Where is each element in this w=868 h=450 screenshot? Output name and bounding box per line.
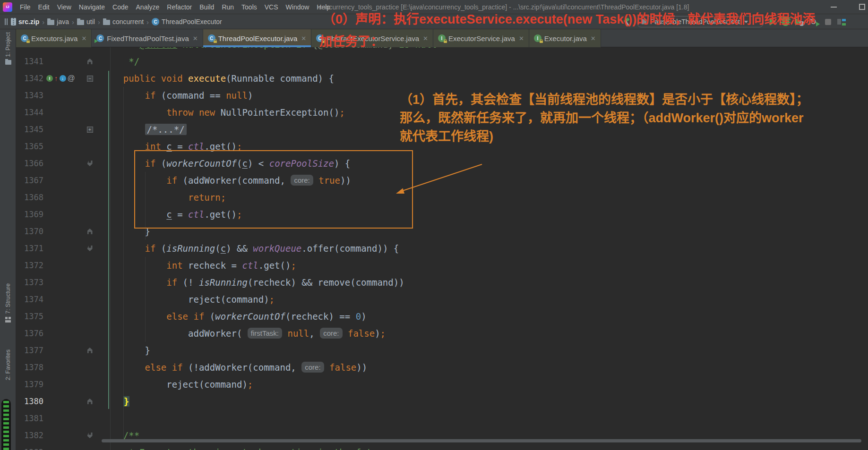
fold-marker-icon[interactable]: +	[85, 121, 95, 138]
line-number[interactable]: 1344	[16, 104, 43, 121]
code-editor[interactable]: 1340 * @throws NullPointerException if {…	[16, 47, 868, 450]
maximize-icon[interactable]	[859, 4, 865, 10]
breadcrumb-item-util[interactable]: util	[86, 18, 95, 25]
run-icon[interactable]	[770, 18, 776, 25]
fold-marker-icon[interactable]	[85, 240, 95, 257]
menu-run[interactable]: Run	[218, 0, 238, 14]
line-number[interactable]: 1383	[16, 444, 43, 450]
fold-marker-icon[interactable]	[85, 223, 95, 240]
breadcrumb-item-concurrent[interactable]: concurrent	[112, 18, 144, 25]
close-icon[interactable]: ✕	[81, 35, 86, 42]
line-number[interactable]: 1377	[16, 342, 43, 359]
code-line-1373[interactable]: 1373 if (! isRunning(recheck) && remove(…	[16, 274, 868, 291]
minimize-icon[interactable]	[831, 7, 837, 8]
code-line-1376[interactable]: 1376 addWorker( firstTask: null, core: f…	[16, 325, 868, 342]
code-line-1345[interactable]: 1345+ /*...*/	[16, 121, 868, 138]
menu-file[interactable]: File	[16, 0, 34, 14]
tab-threadpoolexecutor-java[interactable]: CThreadPoolExecutor.java✕	[203, 29, 312, 47]
menu-build[interactable]: Build	[196, 0, 218, 14]
gutter-method-icons[interactable]: I↑↓@	[46, 70, 75, 87]
fold-marker-icon[interactable]: −	[85, 70, 95, 87]
tab-executorservice-java[interactable]: IExecutorService.java✕	[433, 29, 529, 47]
run-config-select[interactable]: PauseableThreadPoolTestTest	[637, 16, 764, 27]
line-number[interactable]: 1340	[16, 47, 43, 53]
fold-marker-icon[interactable]	[85, 393, 95, 410]
line-number[interactable]: 1376	[16, 325, 43, 342]
close-icon[interactable]: ✕	[193, 35, 198, 42]
menu-tools[interactable]: Tools	[238, 0, 261, 14]
line-number[interactable]: 1382	[16, 427, 43, 444]
implementing-method-icon[interactable]: I	[46, 75, 53, 82]
line-number[interactable]: 1380	[16, 393, 43, 410]
coverage-icon[interactable]	[795, 17, 804, 26]
code-line-1369[interactable]: 1369 c = ctl.get();	[16, 206, 868, 223]
line-number[interactable]: 1379	[16, 376, 43, 393]
sidebar-item-project[interactable]: 1: Project	[0, 32, 16, 65]
sidebar-item-structure[interactable]: 7: Structure	[0, 283, 16, 323]
fold-marker-icon[interactable]	[85, 427, 95, 444]
code-line-1343[interactable]: 1343 if (command == null)	[16, 87, 868, 104]
tool-layout-icon[interactable]	[837, 18, 846, 25]
menu-refactor[interactable]: Refactor	[163, 0, 196, 14]
code-line-1340[interactable]: 1340 * @throws NullPointerException if {…	[16, 47, 868, 53]
code-line-1381[interactable]: 1381	[16, 410, 868, 427]
line-number[interactable]: 1372	[16, 257, 43, 274]
code-line-1367[interactable]: 1367 if (addWorker(command, core: true))	[16, 172, 868, 189]
code-line-1342[interactable]: 1342−I↑↓@ public void execute(Runnable c…	[16, 70, 868, 87]
tab-fixedthreadpooltest-java[interactable]: CFixedThreadPoolTest.java✕	[92, 29, 203, 47]
breadcrumb-item-src.zip[interactable]: src.zip	[18, 18, 39, 25]
breadcrumb-members-icon[interactable]	[4, 18, 9, 25]
rerun-profiler-icon[interactable]: ↻	[810, 17, 819, 26]
line-number[interactable]: 1374	[16, 291, 43, 308]
code-line-1379[interactable]: 1379 reject(command);	[16, 376, 868, 393]
code-line-1374[interactable]: 1374 reject(command);	[16, 291, 868, 308]
line-number[interactable]: 1375	[16, 308, 43, 325]
fold-marker-icon[interactable]	[85, 155, 95, 172]
menu-navigate[interactable]: Navigate	[75, 0, 109, 14]
tab-abstractexecutorservice-java[interactable]: CAbstractExecutorService.java✕	[311, 29, 433, 47]
code-line-1371[interactable]: 1371 if (isRunning(c) && workQueue.offer…	[16, 240, 868, 257]
breadcrumb-item-threadpoolexecutor[interactable]: ThreadPoolExecutor	[162, 18, 222, 25]
line-number[interactable]: 1365	[16, 138, 43, 155]
code-line-1375[interactable]: 1375 else if (workerCountOf(recheck) == …	[16, 308, 868, 325]
code-line-1368[interactable]: 1368 return;	[16, 189, 868, 206]
line-number[interactable]: 1367	[16, 172, 43, 189]
close-icon[interactable]: ✕	[301, 35, 306, 42]
line-number[interactable]: 1343	[16, 87, 43, 104]
code-line-1344[interactable]: 1344 throw new NullPointerException();	[16, 104, 868, 121]
line-number[interactable]: 1366	[16, 155, 43, 172]
line-number[interactable]: 1345	[16, 121, 43, 138]
line-number[interactable]: 1341	[16, 53, 43, 70]
fold-marker-icon[interactable]	[85, 342, 95, 359]
menu-code[interactable]: Code	[109, 0, 132, 14]
close-icon[interactable]: ✕	[423, 35, 428, 42]
close-icon[interactable]: ✕	[519, 35, 524, 42]
menu-view[interactable]: View	[53, 0, 75, 14]
menu-analyze[interactable]: Analyze	[132, 0, 163, 14]
line-number[interactable]: 1342	[16, 70, 43, 87]
overridden-method-icon[interactable]: ↓	[60, 75, 66, 82]
line-number[interactable]: 1373	[16, 274, 43, 291]
code-line-1372[interactable]: 1372 int recheck = ctl.get();	[16, 257, 868, 274]
line-number[interactable]: 1371	[16, 240, 43, 257]
stop-icon[interactable]	[825, 19, 831, 25]
line-number[interactable]: 1369	[16, 206, 43, 223]
menu-window[interactable]: Window	[282, 0, 313, 14]
horizontal-scrollbar[interactable]	[102, 439, 861, 442]
breadcrumb-item-java[interactable]: java	[57, 18, 69, 25]
code-line-1383[interactable]: 1383 * Executes the given task sometime …	[16, 444, 868, 450]
line-number[interactable]: 1368	[16, 189, 43, 206]
hammer-icon[interactable]	[623, 18, 631, 26]
fold-marker-icon[interactable]	[85, 53, 95, 70]
code-line-1377[interactable]: 1377 }	[16, 342, 868, 359]
code-line-1341[interactable]: 1341 */	[16, 53, 868, 70]
debug-icon[interactable]	[782, 18, 789, 26]
close-icon[interactable]: ✕	[591, 35, 596, 42]
code-line-1380[interactable]: 1380 }	[16, 393, 868, 410]
menu-edit[interactable]: Edit	[34, 0, 53, 14]
line-number[interactable]: 1370	[16, 223, 43, 240]
code-line-1365[interactable]: 1365 int c = ctl.get();	[16, 138, 868, 155]
code-line-1366[interactable]: 1366 if (workerCountOf(c) < corePoolSize…	[16, 155, 868, 172]
line-number[interactable]: 1378	[16, 359, 43, 376]
menu-vcs[interactable]: VCS	[261, 0, 282, 14]
